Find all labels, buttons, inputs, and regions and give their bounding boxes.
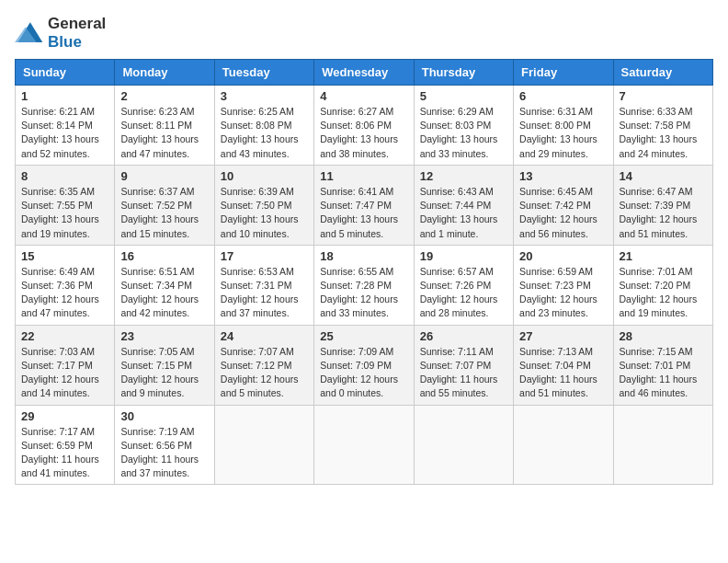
calendar-cell bbox=[314, 405, 414, 485]
calendar-cell: 29Sunrise: 7:17 AMSunset: 6:59 PMDayligh… bbox=[16, 405, 115, 485]
calendar-cell: 10Sunrise: 6:39 AMSunset: 7:50 PMDayligh… bbox=[214, 165, 313, 245]
day-info: Sunrise: 6:25 AMSunset: 8:08 PMDaylight:… bbox=[221, 105, 308, 161]
calendar-cell: 26Sunrise: 7:11 AMSunset: 7:07 PMDayligh… bbox=[414, 325, 513, 405]
day-number: 30 bbox=[120, 409, 208, 423]
day-info: Sunrise: 7:17 AMSunset: 6:59 PMDaylight:… bbox=[21, 425, 108, 481]
day-info: Sunrise: 7:13 AMSunset: 7:04 PMDaylight:… bbox=[519, 345, 607, 401]
day-info: Sunrise: 7:11 AMSunset: 7:07 PMDaylight:… bbox=[420, 345, 507, 401]
week-row-1: 1Sunrise: 6:21 AMSunset: 8:14 PMDaylight… bbox=[16, 86, 713, 166]
calendar-cell: 9Sunrise: 6:37 AMSunset: 7:52 PMDaylight… bbox=[115, 165, 214, 245]
day-info: Sunrise: 6:55 AMSunset: 7:28 PMDaylight:… bbox=[320, 265, 407, 321]
day-number: 13 bbox=[519, 169, 607, 183]
day-info: Sunrise: 6:43 AMSunset: 7:44 PMDaylight:… bbox=[420, 185, 507, 241]
day-info: Sunrise: 7:01 AMSunset: 7:20 PMDaylight:… bbox=[620, 265, 707, 321]
day-number: 26 bbox=[420, 329, 507, 343]
day-info: Sunrise: 6:31 AMSunset: 8:00 PMDaylight:… bbox=[519, 105, 607, 161]
calendar-cell: 16Sunrise: 6:51 AMSunset: 7:34 PMDayligh… bbox=[115, 245, 214, 325]
day-info: Sunrise: 6:47 AMSunset: 7:39 PMDaylight:… bbox=[620, 185, 707, 241]
day-info: Sunrise: 7:07 AMSunset: 7:12 PMDaylight:… bbox=[221, 345, 308, 401]
day-info: Sunrise: 7:09 AMSunset: 7:09 PMDaylight:… bbox=[320, 345, 407, 401]
day-number: 2 bbox=[120, 89, 208, 103]
week-row-4: 22Sunrise: 7:03 AMSunset: 7:17 PMDayligh… bbox=[16, 325, 713, 405]
day-info: Sunrise: 6:41 AMSunset: 7:47 PMDaylight:… bbox=[320, 185, 407, 241]
logo-blue: Blue bbox=[48, 33, 82, 51]
calendar-cell: 14Sunrise: 6:47 AMSunset: 7:39 PMDayligh… bbox=[613, 165, 712, 245]
calendar-cell: 25Sunrise: 7:09 AMSunset: 7:09 PMDayligh… bbox=[314, 325, 414, 405]
weekday-header-sunday: Sunday bbox=[16, 60, 115, 86]
calendar-cell: 30Sunrise: 7:19 AMSunset: 6:56 PMDayligh… bbox=[115, 405, 214, 485]
day-number: 24 bbox=[221, 329, 308, 343]
weekday-header-tuesday: Tuesday bbox=[214, 60, 313, 86]
calendar-cell: 1Sunrise: 6:21 AMSunset: 8:14 PMDaylight… bbox=[16, 86, 115, 166]
calendar-cell: 15Sunrise: 6:49 AMSunset: 7:36 PMDayligh… bbox=[16, 245, 115, 325]
day-number: 23 bbox=[120, 329, 208, 343]
day-number: 8 bbox=[21, 169, 108, 183]
calendar-cell bbox=[414, 405, 513, 485]
day-number: 7 bbox=[620, 89, 707, 103]
calendar-cell: 19Sunrise: 6:57 AMSunset: 7:26 PMDayligh… bbox=[414, 245, 513, 325]
calendar-cell: 22Sunrise: 7:03 AMSunset: 7:17 PMDayligh… bbox=[16, 325, 115, 405]
day-info: Sunrise: 7:15 AMSunset: 7:01 PMDaylight:… bbox=[620, 345, 707, 401]
day-info: Sunrise: 6:27 AMSunset: 8:06 PMDaylight:… bbox=[320, 105, 407, 161]
calendar-cell: 7Sunrise: 6:33 AMSunset: 7:58 PMDaylight… bbox=[613, 86, 712, 166]
weekday-header-thursday: Thursday bbox=[414, 60, 513, 86]
day-info: Sunrise: 7:19 AMSunset: 6:56 PMDaylight:… bbox=[120, 425, 208, 481]
calendar-cell: 12Sunrise: 6:43 AMSunset: 7:44 PMDayligh… bbox=[414, 165, 513, 245]
calendar-cell: 20Sunrise: 6:59 AMSunset: 7:23 PMDayligh… bbox=[514, 245, 613, 325]
day-number: 12 bbox=[420, 169, 507, 183]
day-info: Sunrise: 6:49 AMSunset: 7:36 PMDaylight:… bbox=[21, 265, 108, 321]
day-number: 10 bbox=[221, 169, 308, 183]
calendar-cell: 2Sunrise: 6:23 AMSunset: 8:11 PMDaylight… bbox=[115, 86, 214, 166]
day-number: 27 bbox=[519, 329, 607, 343]
day-number: 6 bbox=[519, 89, 607, 103]
day-info: Sunrise: 6:51 AMSunset: 7:34 PMDaylight:… bbox=[120, 265, 208, 321]
day-number: 4 bbox=[320, 89, 407, 103]
day-number: 17 bbox=[221, 249, 308, 263]
weekday-header-friday: Friday bbox=[514, 60, 613, 86]
week-row-5: 29Sunrise: 7:17 AMSunset: 6:59 PMDayligh… bbox=[16, 405, 713, 485]
calendar-cell: 23Sunrise: 7:05 AMSunset: 7:15 PMDayligh… bbox=[115, 325, 214, 405]
calendar-cell: 13Sunrise: 6:45 AMSunset: 7:42 PMDayligh… bbox=[514, 165, 613, 245]
calendar-cell: 3Sunrise: 6:25 AMSunset: 8:08 PMDaylight… bbox=[214, 86, 313, 166]
week-row-3: 15Sunrise: 6:49 AMSunset: 7:36 PMDayligh… bbox=[16, 245, 713, 325]
day-number: 21 bbox=[620, 249, 707, 263]
weekday-header-monday: Monday bbox=[115, 60, 214, 86]
day-number: 18 bbox=[320, 249, 407, 263]
calendar-cell: 17Sunrise: 6:53 AMSunset: 7:31 PMDayligh… bbox=[214, 245, 313, 325]
calendar-cell: 27Sunrise: 7:13 AMSunset: 7:04 PMDayligh… bbox=[514, 325, 613, 405]
day-number: 29 bbox=[21, 409, 108, 423]
day-number: 5 bbox=[420, 89, 507, 103]
page-header: General Blue bbox=[15, 15, 713, 52]
calendar-cell bbox=[613, 405, 712, 485]
day-number: 11 bbox=[320, 169, 407, 183]
weekday-header-row: SundayMondayTuesdayWednesdayThursdayFrid… bbox=[16, 60, 713, 86]
day-number: 19 bbox=[420, 249, 507, 263]
calendar-cell: 4Sunrise: 6:27 AMSunset: 8:06 PMDaylight… bbox=[314, 86, 414, 166]
day-number: 15 bbox=[21, 249, 108, 263]
calendar-cell: 5Sunrise: 6:29 AMSunset: 8:03 PMDaylight… bbox=[414, 86, 513, 166]
day-number: 14 bbox=[620, 169, 707, 183]
calendar-cell: 11Sunrise: 6:41 AMSunset: 7:47 PMDayligh… bbox=[314, 165, 414, 245]
day-number: 25 bbox=[320, 329, 407, 343]
calendar-cell: 28Sunrise: 7:15 AMSunset: 7:01 PMDayligh… bbox=[613, 325, 712, 405]
day-number: 1 bbox=[21, 89, 108, 103]
week-row-2: 8Sunrise: 6:35 AMSunset: 7:55 PMDaylight… bbox=[16, 165, 713, 245]
day-info: Sunrise: 6:37 AMSunset: 7:52 PMDaylight:… bbox=[120, 185, 208, 241]
day-info: Sunrise: 7:05 AMSunset: 7:15 PMDaylight:… bbox=[120, 345, 208, 401]
day-number: 20 bbox=[519, 249, 607, 263]
weekday-header-saturday: Saturday bbox=[613, 60, 712, 86]
day-number: 3 bbox=[221, 89, 308, 103]
day-info: Sunrise: 7:03 AMSunset: 7:17 PMDaylight:… bbox=[21, 345, 108, 401]
calendar-cell bbox=[214, 405, 313, 485]
calendar-cell: 21Sunrise: 7:01 AMSunset: 7:20 PMDayligh… bbox=[613, 245, 712, 325]
logo: General Blue bbox=[15, 15, 106, 52]
day-info: Sunrise: 6:35 AMSunset: 7:55 PMDaylight:… bbox=[21, 185, 108, 241]
calendar-cell: 24Sunrise: 7:07 AMSunset: 7:12 PMDayligh… bbox=[214, 325, 313, 405]
logo-general: General bbox=[48, 15, 106, 32]
day-info: Sunrise: 6:59 AMSunset: 7:23 PMDaylight:… bbox=[519, 265, 607, 321]
day-number: 28 bbox=[620, 329, 707, 343]
weekday-header-wednesday: Wednesday bbox=[314, 60, 414, 86]
day-info: Sunrise: 6:45 AMSunset: 7:42 PMDaylight:… bbox=[519, 185, 607, 241]
day-info: Sunrise: 6:29 AMSunset: 8:03 PMDaylight:… bbox=[420, 105, 507, 161]
logo-icon bbox=[15, 20, 44, 46]
